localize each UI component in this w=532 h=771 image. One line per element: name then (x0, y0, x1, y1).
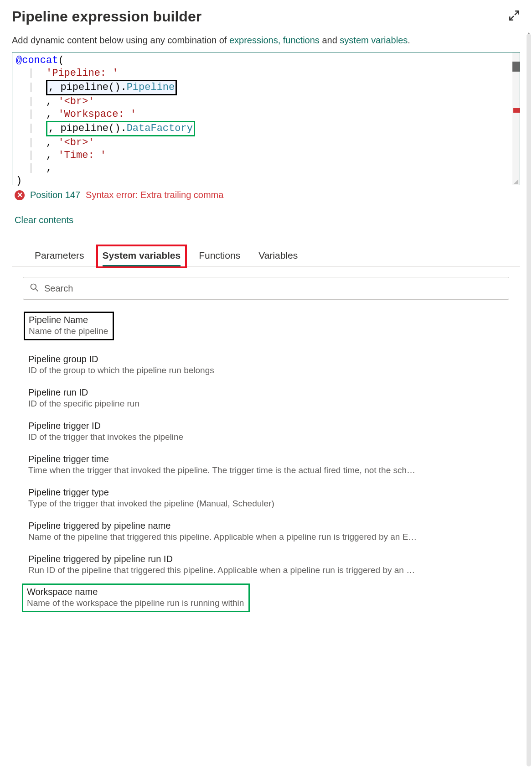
list-item[interactable]: Pipeline group ID ID of the group to whi… (26, 350, 506, 384)
link-system-variables[interactable]: system variables (340, 35, 408, 45)
clear-contents-link[interactable]: Clear contents (15, 215, 520, 225)
list-item-title: Pipeline trigger type (28, 487, 504, 498)
search-input[interactable] (44, 283, 502, 294)
expression-editor[interactable]: @concat( | 'Pipeline: ' | , pipeline().P… (12, 52, 520, 185)
resize-handle[interactable] (514, 179, 518, 184)
list-item-title: Pipeline run ID (28, 387, 504, 398)
editor-minimap[interactable] (512, 52, 520, 185)
list-item[interactable]: Pipeline trigger ID ID of the trigger th… (26, 417, 506, 450)
tab-variables[interactable]: Variables (258, 246, 298, 266)
svg-point-0 (31, 284, 36, 289)
list-item-desc: Type of the trigger that invoked the pip… (28, 499, 504, 509)
list-item[interactable]: Pipeline triggered by pipeline run ID Ru… (26, 550, 506, 583)
list-item[interactable]: Pipeline trigger time Time when the trig… (26, 450, 506, 484)
link-expressions[interactable]: expressions, (229, 35, 280, 45)
tab-functions[interactable]: Functions (199, 246, 240, 266)
intro-text: Add dynamic content below using any comb… (12, 35, 520, 46)
tabs: Parameters System variables Functions Va… (12, 246, 520, 267)
page-title: Pipeline expression builder (12, 8, 201, 25)
list-item[interactable]: Pipeline triggered by pipeline name Name… (26, 517, 506, 550)
list-item-desc: ID of the group to which the pipeline ru… (28, 365, 504, 375)
link-functions[interactable]: functions (283, 35, 320, 45)
list-item-desc: ID of the specific pipeline run (28, 399, 504, 409)
list-item-title: Pipeline group ID (28, 354, 504, 365)
list-item-title: Pipeline trigger ID (28, 421, 504, 431)
vertical-scrollbar[interactable] (526, 34, 531, 770)
list-item-desc: Name of the workspace the pipeline run i… (27, 598, 244, 608)
list-item-title[interactable]: Pipeline Name (29, 315, 108, 325)
expand-icon[interactable] (508, 10, 520, 24)
list-item-desc: Time when the trigger that invoked the p… (28, 465, 504, 475)
list-item-title: Pipeline trigger time (28, 454, 504, 464)
list-item-desc: Run ID of the pipeline that triggered th… (28, 565, 504, 575)
error-icon: ✕ (15, 190, 25, 200)
list-item-title: Pipeline triggered by pipeline run ID (28, 554, 504, 564)
system-variables-list: Pipeline Name Name of the pipeline Pipel… (12, 312, 520, 612)
error-position: Position 147 (30, 190, 80, 200)
tab-parameters[interactable]: Parameters (35, 246, 84, 266)
search-box[interactable] (23, 277, 509, 300)
list-item[interactable]: Pipeline trigger type Type of the trigge… (26, 484, 506, 517)
list-item-desc: ID of the trigger that invokes the pipel… (28, 432, 504, 442)
code-content[interactable]: @concat( | 'Pipeline: ' | , pipeline().P… (12, 52, 512, 185)
list-item-title: Pipeline triggered by pipeline name (28, 521, 504, 531)
list-item-desc: Name of the pipeline that triggered this… (28, 532, 504, 542)
list-item[interactable]: Pipeline run ID ID of the specific pipel… (26, 384, 506, 417)
tab-system-variables[interactable]: System variables (103, 246, 181, 266)
error-message: Syntax error: Extra trailing comma (86, 190, 223, 200)
search-icon (30, 283, 39, 294)
svg-line-1 (36, 288, 38, 291)
list-item-title[interactable]: Workspace name (27, 587, 244, 597)
list-item-desc: Name of the pipeline (29, 326, 108, 336)
